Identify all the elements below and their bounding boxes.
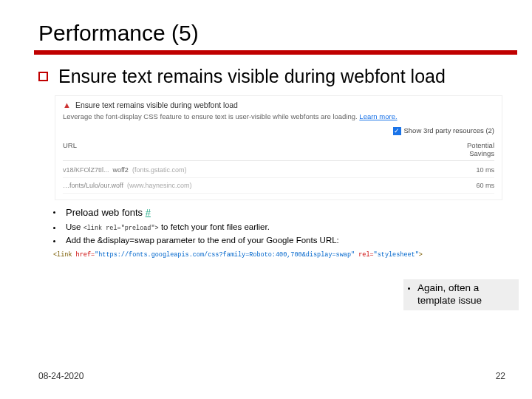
bullet-dot-icon [53,240,55,242]
bullet-dot-icon [53,227,55,229]
audit-table-header: URL PotentialSavings [63,141,494,161]
list-item: Use <link rel="preload"> to fetch your f… [53,222,502,233]
square-bullet-icon [38,72,48,81]
footer-page-number: 22 [496,371,505,381]
bullet-dot-icon [53,211,55,214]
list-item: Add the &display=swap parameter to the e… [53,235,502,247]
code-inline: <link rel="preload"> [83,225,159,232]
learn-more-link[interactable]: Learn more. [359,112,397,120]
caret-up-icon: ▲ [63,100,71,109]
table-row: v18/KFOlZ7tIl... woff2 (fonts.gstatic.co… [63,163,494,178]
hash-link[interactable]: # [146,207,151,218]
audit-heading: Ensure text remains visible during webfo… [75,100,238,109]
checkbox-icon: ✓ [393,127,401,135]
code-example: <link href="https://fonts.googleapis.com… [53,251,502,259]
table-row: …fonts/Lulo/our.woff (www.haynesinc.com)… [63,178,494,194]
audit-description: Leverage the font-display CSS feature to… [63,112,494,120]
main-bullet-text: Ensure text remains visible during webfo… [58,65,446,88]
third-party-toggle[interactable]: ✓Show 3rd party resources (2) [63,126,494,135]
lighthouse-audit-panel: ▲ Ensure text remains visible during web… [55,95,502,200]
list-item: Preload web fonts # [53,206,502,219]
title-underline [34,50,517,55]
footer-date: 08-24-2020 [38,371,83,381]
slide-title: Performance (5) [38,21,502,46]
callout-box: Again, often a template issue [403,279,519,310]
bullet-dot-icon [408,287,410,290]
